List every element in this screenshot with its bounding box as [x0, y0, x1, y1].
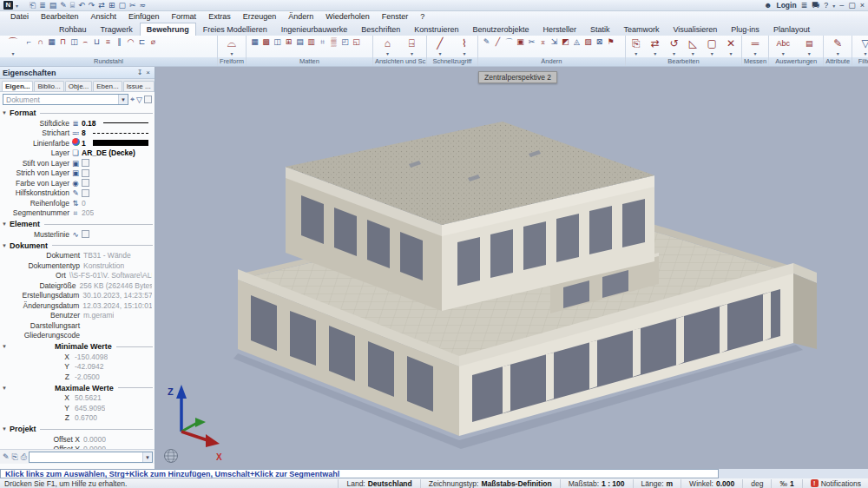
quick-access-icon[interactable]: ≣ — [38, 1, 47, 10]
ribbon-tool-icon[interactable]: ▤ — [294, 36, 306, 48]
palette-tab[interactable]: Obje... — [65, 81, 93, 91]
search-icon[interactable]: ⌖ — [130, 95, 135, 104]
property-row-strichart[interactable]: Strichart ≕ 8 — [0, 129, 155, 139]
filter-icon[interactable]: ▽ — [136, 96, 142, 104]
palette-tab[interactable]: Issue ... — [123, 81, 155, 91]
ribbon-tab[interactable]: Freies Modellieren — [196, 23, 274, 36]
quick-access-icon[interactable]: ⎗ — [29, 1, 36, 10]
menu-item[interactable]: ? — [415, 12, 430, 21]
quick-access-icon[interactable]: ↷ — [88, 1, 96, 10]
ribbon-tab[interactable]: Plug-ins — [724, 23, 766, 36]
help-icon[interactable]: ? — [824, 1, 828, 10]
angle-unit-field[interactable]: deg — [742, 479, 771, 488]
drawing-type-field[interactable]: Zeichnungstyp:Maßstabs-Definition — [420, 479, 560, 488]
login-button[interactable]: Login — [776, 1, 796, 10]
quick-access-icon[interactable]: ▤ — [49, 1, 58, 10]
property-row-linienfarbe[interactable]: Linienfarbe 1 — [0, 138, 155, 148]
ribbon-tab[interactable]: Visualisieren — [666, 23, 724, 36]
property-checkbox[interactable] — [82, 189, 89, 197]
property-row-musterlinie[interactable]: Musterlinie ∿ — [0, 229, 155, 240]
property-row-checkbox[interactable]: Stift von Layer ▣ — [0, 158, 155, 168]
menu-item[interactable]: Datei — [5, 12, 34, 21]
ribbon-tool-icon[interactable]: ◠ — [125, 36, 136, 48]
section-maximale-werte[interactable]: ▼ Maximale Werte — [0, 382, 155, 393]
quick-access-icon[interactable]: ⊞ — [108, 1, 116, 10]
ribbon-tool-icon[interactable]: ◬ — [571, 36, 582, 48]
menu-item[interactable]: Extras — [203, 12, 236, 21]
notifications-button[interactable]: ! Notifications — [802, 479, 868, 488]
palette-list-icon[interactable]: ≣ — [801, 1, 808, 10]
filter-checkbox[interactable] — [144, 96, 152, 103]
filter-button[interactable]: ▽ ▾ — [855, 36, 868, 56]
palette-tab[interactable]: Eben... — [93, 81, 122, 91]
chevron-down-icon[interactable]: ▼ — [142, 452, 152, 462]
ribbon-big-button[interactable]: ◺ ▾ — [685, 36, 700, 56]
minimize-window-icon[interactable]: – — [839, 1, 844, 10]
property-checkbox[interactable] — [82, 179, 89, 187]
ribbon-tool-icon[interactable]: ⌅ — [537, 36, 549, 48]
ribbon-tool-icon[interactable]: ╱ — [492, 36, 503, 48]
ribbon-tool-icon[interactable]: ⌀ — [148, 36, 159, 48]
section-format[interactable]: ▼ Format — [0, 107, 155, 118]
ribbon-tool-icon[interactable]: ◩ — [560, 36, 571, 48]
navigation-globe-icon[interactable] — [165, 450, 178, 463]
ribbon-tool-icon[interactable]: ⇲ — [549, 36, 560, 48]
ribbon-tab[interactable]: Benutzerobjekte — [465, 23, 536, 36]
close-icon[interactable]: × — [144, 69, 152, 76]
quick-access-icon[interactable]: ≂ — [138, 1, 147, 10]
property-row-checkbox[interactable]: Hilfskonstruktion ✎ — [0, 188, 155, 199]
ribbon-tool-icon[interactable]: ⌢ — [80, 36, 91, 48]
ribbon-tool-icon[interactable]: ▨ — [582, 36, 594, 48]
ribbon-tab[interactable]: Rohbau — [52, 23, 94, 36]
ribbon-tab[interactable]: Teamwork — [616, 23, 666, 36]
ribbon-big-button[interactable]: ⇄ ▾ — [648, 36, 663, 56]
property-row-checkbox[interactable]: Farbe von Layer ◉ — [0, 178, 155, 188]
ribbon-tab[interactable]: Beschriften — [354, 23, 407, 36]
menu-item[interactable]: Wiederholen — [320, 12, 375, 21]
ribbon-tab[interactable]: Bewehrung — [140, 23, 196, 36]
ribbon-tool-icon[interactable]: ⊓ — [57, 36, 69, 48]
section-minimale-werte[interactable]: ▼ Minimale Werte — [0, 340, 155, 352]
property-row-checkbox[interactable]: Strich von Layer ▣ — [0, 168, 155, 179]
quick-access-icon[interactable]: ⌸ — [69, 1, 76, 10]
viewport-name-tab[interactable]: Zentralperspektive 2 — [478, 71, 557, 83]
user-icon[interactable]: ☻ — [764, 1, 772, 10]
ribbon-tool-icon[interactable]: ⌒ — [503, 36, 515, 48]
ribbon-tab[interactable]: Planlayout — [766, 23, 817, 36]
length-unit-field[interactable]: Länge:m — [633, 479, 681, 488]
ribbon-tab[interactable]: Tragwerk — [94, 23, 140, 36]
menu-item[interactable]: Ändern — [283, 12, 319, 21]
footer-tool-icon[interactable]: ⎘ — [12, 452, 18, 462]
measure-button[interactable]: ═ ▾ — [745, 36, 766, 56]
ribbon-tab[interactable]: Konstruieren — [407, 23, 465, 36]
rebar-shape-button[interactable]: ⌒ ▾ — [3, 36, 23, 56]
property-checkbox[interactable] — [82, 169, 89, 177]
ribbon-big-button[interactable]: ↺ ▾ — [667, 36, 682, 56]
menu-item[interactable]: Format — [167, 12, 202, 21]
section-projekt[interactable]: ▼ Projekt — [0, 423, 155, 434]
ribbon-tool-icon[interactable]: ✎ — [481, 36, 492, 48]
ribbon-tool-icon[interactable]: ✂ — [526, 36, 537, 48]
ribbon-big-button[interactable]: ⍈ ▾ — [401, 36, 422, 56]
country-field[interactable]: Land:Deutschland — [338, 479, 419, 488]
ribbon-big-button[interactable]: ⌂ ▾ — [377, 36, 398, 56]
restore-window-icon[interactable]: ▢ — [848, 1, 856, 10]
attributes-button[interactable]: ✎ ▾ — [827, 36, 848, 56]
chevron-down-icon[interactable]: ▼ — [118, 95, 128, 104]
help-caret-icon[interactable]: ▾ — [832, 3, 835, 9]
palette-tab[interactable]: Biblio... — [34, 81, 63, 91]
menu-item[interactable]: Erzeugen — [238, 12, 282, 21]
footer-combobox[interactable]: ▼ — [29, 452, 153, 463]
ribbon-tool-icon[interactable]: ⊏ — [136, 36, 148, 48]
ribbon-tool-icon[interactable]: ⚑ — [605, 36, 616, 48]
freeform-rebar-button[interactable]: ⌓ ▾ — [221, 36, 242, 56]
allplan-logo-icon[interactable]: N — [3, 1, 13, 10]
footer-tool-icon[interactable]: ⎙ — [21, 452, 27, 462]
ribbon-tool-icon[interactable]: ◫ — [69, 36, 80, 48]
menu-item[interactable]: Fenster — [377, 12, 414, 21]
ribbon-tool-icon[interactable]: ⊠ — [594, 36, 605, 48]
ribbon-tab[interactable]: Statik — [583, 23, 617, 36]
axis-gizmo[interactable]: Z X — [168, 385, 222, 462]
ribbon-tool-icon[interactable]: ⌐ — [23, 36, 35, 48]
property-row[interactable]: Segmentnummer ⌗ 205 — [0, 208, 155, 219]
